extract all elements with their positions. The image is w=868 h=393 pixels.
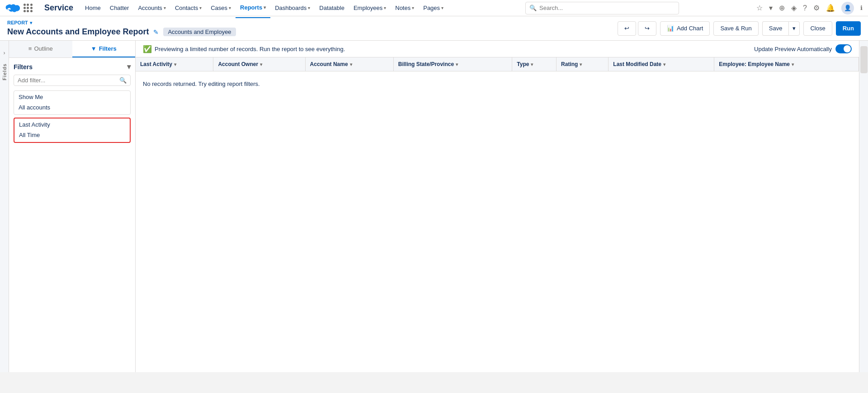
search-input[interactable] xyxy=(539,5,675,11)
filter-last-activity-header: Last Activity xyxy=(14,118,130,131)
save-dropdown-button[interactable]: ▾ xyxy=(788,21,800,36)
close-button[interactable]: Close xyxy=(803,21,832,36)
redo-button[interactable]: ↪ xyxy=(638,21,656,36)
nav-item-chatter[interactable]: Chatter xyxy=(105,0,134,18)
add-filter-row[interactable]: 🔍 xyxy=(14,75,131,86)
filter-icon: ▼ xyxy=(91,45,97,52)
preview-right: Update Preview Automatically xyxy=(754,44,852,53)
reports-chevron-icon: ▾ xyxy=(264,5,266,10)
nav-bar: Home Chatter Accounts▾ Contacts▾ Cases▾ … xyxy=(80,0,448,18)
update-preview-toggle[interactable] xyxy=(835,44,852,53)
col-account-name[interactable]: Account Name ▾ xyxy=(305,57,393,71)
sidebar: ≡ Outline ▼ Filters Filters ▾ 🔍 Show Me … xyxy=(9,41,136,372)
filter-show-me-value[interactable]: All accounts xyxy=(14,103,130,114)
notes-chevron-icon: ▾ xyxy=(412,5,414,10)
fields-toggle[interactable]: › Fields xyxy=(0,41,9,372)
nav-item-home[interactable]: Home xyxy=(80,0,105,18)
save-button[interactable]: Save xyxy=(762,21,789,36)
col-rating-chevron-icon: ▾ xyxy=(580,62,582,67)
report-table: Last Activity ▾ Account Owner ▾ xyxy=(136,57,859,96)
add-filter-input[interactable] xyxy=(18,77,119,84)
col-rating[interactable]: Rating ▾ xyxy=(557,57,609,71)
col-account-name-chevron-icon: ▾ xyxy=(350,62,352,67)
nav-item-cases[interactable]: Cases▾ xyxy=(206,0,236,18)
table-body: No records returned. Try editing report … xyxy=(136,71,859,97)
add-chart-button[interactable]: 📊 Add Chart xyxy=(660,21,710,36)
save-button-group: Save ▾ xyxy=(762,21,800,36)
nav-item-notes[interactable]: Notes▾ xyxy=(391,0,419,18)
col-employee-name-chevron-icon: ▾ xyxy=(792,62,794,67)
report-type-badge: Accounts and Employee xyxy=(163,28,236,36)
filter-show-me: Show Me All accounts xyxy=(14,90,131,115)
col-type[interactable]: Type ▾ xyxy=(512,57,557,71)
filter-show-me-header: Show Me xyxy=(14,91,130,103)
pages-chevron-icon: ▾ xyxy=(441,5,443,10)
col-type-chevron-icon: ▾ xyxy=(531,62,533,67)
nav-item-datatable[interactable]: Datatable xyxy=(315,0,349,18)
chart-icon: 📊 xyxy=(667,25,674,32)
undo-button[interactable]: ↩ xyxy=(618,21,636,36)
preview-check-icon: ✅ xyxy=(143,45,152,53)
filters-section: Filters ▾ 🔍 Show Me All accounts Last Ac… xyxy=(9,58,135,150)
sidebar-tabs: ≡ Outline ▼ Filters xyxy=(9,41,135,58)
svg-text:☁: ☁ xyxy=(7,5,11,10)
star-icon[interactable]: ☆ xyxy=(756,4,763,12)
utility-bar-right: ☆ ▾ ⊕ ◈ ? ⚙ 🔔 👤 ℹ xyxy=(756,2,863,14)
col-last-modified-date-chevron-icon: ▾ xyxy=(663,62,665,67)
info-icon: ℹ xyxy=(860,5,863,11)
employees-chevron-icon: ▾ xyxy=(384,5,386,10)
report-header-right: ↩ ↪ 📊 Add Chart Save & Run Save ▾ Close … xyxy=(618,21,861,36)
toggle-chevron-icon: › xyxy=(4,50,5,56)
utility-bar: ☁ Service Home Chatter Accounts▾ Contact… xyxy=(0,0,868,16)
col-last-activity[interactable]: Last Activity ▾ xyxy=(136,57,213,71)
nav-item-employees[interactable]: Employees▾ xyxy=(349,0,391,18)
bell-icon[interactable]: 🔔 xyxy=(826,4,835,12)
add-icon[interactable]: ⊕ xyxy=(779,4,785,12)
filters-header: Filters ▾ xyxy=(14,62,131,71)
tab-outline[interactable]: ≡ Outline xyxy=(9,41,72,57)
right-tab-handle[interactable] xyxy=(860,46,868,73)
nav-item-contacts[interactable]: Contacts▾ xyxy=(170,0,206,18)
col-last-activity-chevron-icon: ▾ xyxy=(174,62,176,67)
gear-icon[interactable]: ⚙ xyxy=(813,4,820,12)
help-icon[interactable]: ? xyxy=(803,4,807,12)
nav-item-reports[interactable]: Reports▾ xyxy=(236,0,270,18)
filters-expand-icon[interactable]: ▾ xyxy=(127,62,131,71)
content-area: ✅ Previewing a limited number of records… xyxy=(136,41,859,372)
table-area: Last Activity ▾ Account Owner ▾ xyxy=(136,57,859,372)
report-label[interactable]: REPORT ▾ xyxy=(7,20,236,25)
filter-last-activity-value[interactable]: All Time xyxy=(14,131,130,142)
app-grid-icon[interactable] xyxy=(24,4,37,13)
chevron-down-icon[interactable]: ▾ xyxy=(769,4,773,12)
add-filter-search-icon: 🔍 xyxy=(119,77,127,84)
col-account-owner[interactable]: Account Owner ▾ xyxy=(213,57,305,71)
tab-filters[interactable]: ▼ Filters xyxy=(72,41,136,57)
salesforce-logo: ☁ xyxy=(5,1,20,15)
preview-banner: ✅ Previewing a limited number of records… xyxy=(136,41,859,57)
col-billing-state-chevron-icon: ▾ xyxy=(456,62,458,67)
nav-item-dashboards[interactable]: Dashboards▾ xyxy=(270,0,315,18)
utility-bar-left: ☁ Service Home Chatter Accounts▾ Contact… xyxy=(5,0,448,18)
nav-item-accounts[interactable]: Accounts▾ xyxy=(133,0,170,18)
global-search-bar[interactable]: 🔍 xyxy=(525,2,679,14)
col-employee-name[interactable]: Employee: Employee Name ▾ xyxy=(714,57,859,71)
cases-chevron-icon: ▾ xyxy=(229,5,231,10)
col-billing-state[interactable]: Billing State/Province ▾ xyxy=(393,57,512,71)
setup-icon[interactable]: ◈ xyxy=(791,4,797,12)
main-area: › Fields ≡ Outline ▼ Filters Filters ▾ 🔍 xyxy=(0,41,868,372)
accounts-chevron-icon: ▾ xyxy=(164,5,166,10)
col-account-owner-chevron-icon: ▾ xyxy=(260,62,262,67)
nav-item-pages[interactable]: Pages▾ xyxy=(419,0,448,18)
edit-pencil-icon[interactable]: ✎ xyxy=(153,28,159,36)
table-header: Last Activity ▾ Account Owner ▾ xyxy=(136,57,859,71)
col-last-modified-date[interactable]: Last Modified Date ▾ xyxy=(609,57,714,71)
report-header: REPORT ▾ New Accounts and Employee Repor… xyxy=(0,16,868,41)
save-run-button[interactable]: Save & Run xyxy=(713,21,758,36)
run-button[interactable]: Run xyxy=(836,21,861,36)
report-title-row: New Accounts and Employee Report ✎ Accou… xyxy=(7,27,236,37)
report-label-chevron-icon: ▾ xyxy=(30,20,32,25)
avatar[interactable]: 👤 xyxy=(841,2,854,14)
fields-label: Fields xyxy=(2,63,7,80)
report-header-left: REPORT ▾ New Accounts and Employee Repor… xyxy=(7,20,236,37)
right-tab xyxy=(859,41,868,372)
